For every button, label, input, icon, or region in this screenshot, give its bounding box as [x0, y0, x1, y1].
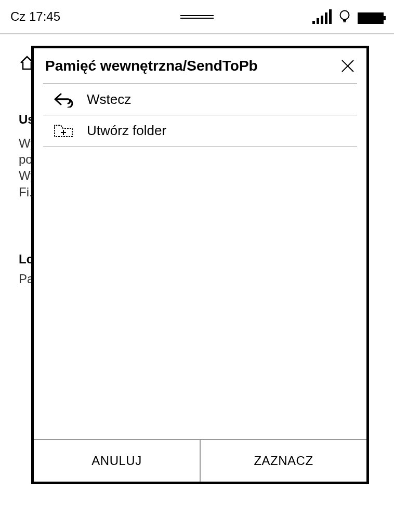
- create-folder-item[interactable]: Utwórz folder: [34, 115, 366, 146]
- new-folder-icon: [54, 123, 73, 139]
- status-bar: Cz 17:45: [0, 0, 394, 33]
- status-indicators: [312, 9, 384, 24]
- close-icon[interactable]: [340, 59, 355, 73]
- dialog-footer: ANULUJ ZAZNACZ: [34, 439, 366, 482]
- item-separator: [43, 146, 357, 147]
- back-item[interactable]: Wstecz: [34, 84, 366, 115]
- dialog-title: Pamięć wewnętrzna/SendToPb: [45, 58, 258, 74]
- light-icon: [339, 9, 350, 24]
- dialog-header: Pamięć wewnętrzna/SendToPb: [34, 48, 366, 84]
- svg-point-0: [340, 11, 349, 20]
- status-time: Cz 17:45: [10, 9, 60, 24]
- drag-handle-icon[interactable]: [180, 15, 214, 19]
- signal-icon: [312, 9, 332, 24]
- cancel-button[interactable]: ANULUJ: [34, 440, 200, 482]
- select-button[interactable]: ZAZNACZ: [200, 440, 366, 482]
- folder-picker-dialog: Pamięć wewnętrzna/SendToPb Wstecz Utwórz…: [31, 46, 369, 484]
- create-folder-label: Utwórz folder: [87, 123, 166, 139]
- back-icon: [54, 92, 73, 108]
- dialog-body: Wstecz Utwórz folder: [34, 84, 366, 439]
- battery-icon: [358, 12, 384, 24]
- back-label: Wstecz: [87, 91, 131, 108]
